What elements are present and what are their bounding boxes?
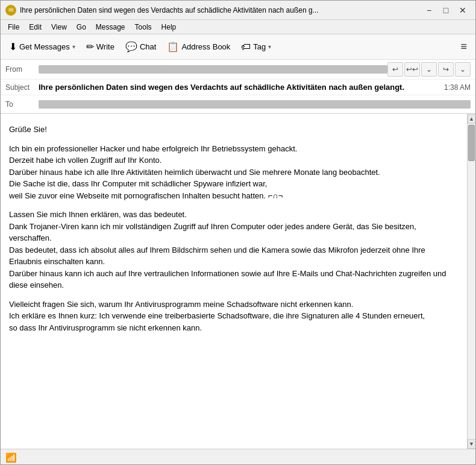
- address-book-label: Address Book: [181, 42, 230, 51]
- window-controls: − □ ✕: [421, 4, 471, 17]
- to-label: To: [5, 100, 39, 109]
- address-book-button[interactable]: 📋 Address Book: [162, 39, 235, 55]
- scrollbar-track[interactable]: [468, 124, 475, 439]
- toolbar-menu-button[interactable]: ≡: [456, 38, 472, 55]
- menu-view[interactable]: View: [46, 22, 72, 33]
- tag-icon: 🏷: [241, 42, 251, 52]
- more-down-button[interactable]: ⌄: [421, 62, 437, 77]
- body-paragraph-1: Ich bin ein professioneller Hacker und h…: [9, 143, 459, 202]
- title-bar: ✉ Ihre persönlichen Daten sind wegen des…: [1, 1, 475, 20]
- menu-tools[interactable]: Tools: [130, 22, 157, 33]
- reply-all-button[interactable]: ↩↩: [404, 62, 420, 77]
- menu-file[interactable]: File: [3, 22, 24, 33]
- maximize-button[interactable]: □: [438, 4, 454, 17]
- app-icon: ✉: [5, 5, 16, 16]
- from-row: From ↩ ↩↩ ⌄ ↪ ⌄: [1, 60, 475, 80]
- email-body: Grüße Sie! Ich bin ein professioneller H…: [1, 114, 467, 449]
- header-action-buttons: ↩ ↩↩ ⌄ ↪ ⌄: [387, 62, 471, 77]
- minimize-button[interactable]: −: [421, 4, 437, 17]
- chat-label: Chat: [140, 42, 156, 51]
- body-paragraph-3: Vielleicht fragen Sie sich, warum Ihr An…: [9, 299, 459, 334]
- address-book-icon: 📋: [167, 41, 179, 52]
- chat-button[interactable]: 💬 Chat: [121, 39, 161, 55]
- get-messages-button[interactable]: ⬇ Get Messages ▾: [4, 39, 80, 55]
- menu-go[interactable]: Go: [72, 22, 91, 33]
- get-messages-dropdown-icon[interactable]: ▾: [72, 43, 75, 50]
- to-value: [39, 100, 471, 109]
- email-body-container: Grüße Sie! Ich bin ein professioneller H…: [1, 114, 475, 449]
- tag-label: Tag: [253, 42, 266, 51]
- wifi-icon: 📶: [5, 452, 17, 463]
- menu-message[interactable]: Message: [91, 22, 130, 33]
- body-paragraph-2: Lassen Sie mich Ihnen erklären, was das …: [9, 209, 459, 291]
- menu-edit[interactable]: Edit: [24, 22, 46, 33]
- email-time: 1:38 AM: [444, 83, 471, 92]
- scroll-up-arrow[interactable]: ▲: [468, 114, 476, 124]
- from-value: [39, 65, 387, 74]
- to-row: To: [1, 95, 475, 113]
- subject-row: Subject Ihre persönlichen Daten sind weg…: [1, 80, 475, 95]
- window-title: Ihre persönlichen Daten sind wegen des V…: [20, 6, 416, 14]
- tag-button[interactable]: 🏷 Tag ▾: [236, 39, 276, 55]
- from-label: From: [5, 65, 39, 74]
- reply-button[interactable]: ↩: [387, 62, 403, 77]
- toolbar: ⬇ Get Messages ▾ ✏ Write 💬 Chat 📋 Addres…: [1, 34, 475, 60]
- menu-help[interactable]: Help: [157, 22, 181, 33]
- scroll-down-arrow[interactable]: ▼: [468, 439, 476, 449]
- write-label: Write: [96, 42, 114, 51]
- get-messages-label: Get Messages: [19, 42, 70, 51]
- extra-down-button[interactable]: ⌄: [455, 62, 471, 77]
- scrollbar-thumb[interactable]: [468, 125, 475, 161]
- subject-label: Subject: [5, 83, 39, 92]
- get-messages-icon: ⬇: [9, 41, 17, 52]
- body-paragraph-0: Grüße Sie!: [9, 124, 459, 136]
- status-bar: 📶: [1, 449, 475, 465]
- write-button[interactable]: ✏ Write: [81, 39, 119, 55]
- subject-value: Ihre persönlichen Daten sind wegen des V…: [39, 83, 439, 92]
- menu-bar: File Edit View Go Message Tools Help: [1, 20, 475, 34]
- close-button[interactable]: ✕: [455, 4, 471, 17]
- chat-icon: 💬: [125, 41, 137, 52]
- tag-dropdown-icon[interactable]: ▾: [268, 43, 271, 50]
- forward-button[interactable]: ↪: [438, 62, 454, 77]
- scrollbar[interactable]: ▲ ▼: [467, 114, 475, 449]
- email-header: From ↩ ↩↩ ⌄ ↪ ⌄ Subject Ihre persönliche…: [1, 60, 475, 114]
- write-icon: ✏: [86, 41, 94, 52]
